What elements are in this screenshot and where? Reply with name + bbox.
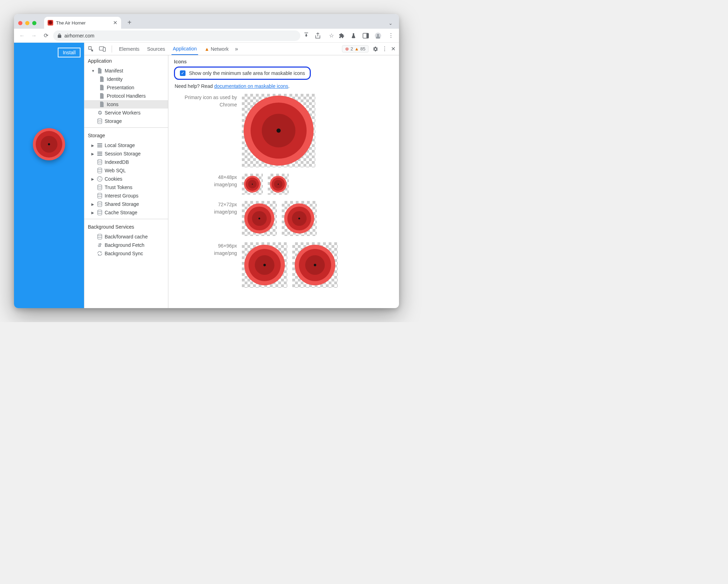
sidebar-item-cache-storage[interactable]: ▶Cache Storage — [84, 208, 168, 217]
svg-point-8 — [98, 168, 102, 170]
database-icon — [97, 118, 103, 124]
install-button[interactable]: Install — [58, 48, 80, 57]
close-tab-button[interactable]: ✕ — [113, 20, 118, 26]
share-icon[interactable] — [315, 33, 324, 39]
svg-point-11 — [100, 178, 101, 178]
sidebar-item-session-storage[interactable]: ▶Session Storage — [84, 150, 168, 158]
database-icon — [97, 234, 103, 239]
section-background-services-title: Background Services — [84, 221, 168, 232]
section-storage-title: Storage — [84, 130, 168, 141]
sidebar-item-service-workers[interactable]: Service Workers — [84, 109, 168, 117]
content-area: Install Elements Sources Application — [14, 43, 399, 308]
table-icon — [97, 151, 103, 157]
application-sidebar: Application ▼ Manifest Identity Presenta… — [84, 55, 168, 308]
error-warning-badge[interactable]: ⊗2 ▲85 — [342, 45, 369, 53]
more-tabs-icon[interactable]: » — [235, 46, 238, 52]
profile-icon[interactable] — [374, 32, 384, 39]
inspect-icon[interactable] — [88, 46, 94, 52]
svg-point-3 — [377, 34, 379, 36]
database-icon — [97, 185, 103, 190]
labs-icon[interactable] — [351, 33, 360, 39]
icon-preview — [282, 201, 317, 236]
tab-network[interactable]: ▲ Network — [203, 43, 230, 55]
device-toggle-icon[interactable] — [99, 46, 106, 52]
sidebar-item-local-storage[interactable]: ▶Local Storage — [84, 141, 168, 150]
icon-preview — [242, 201, 277, 236]
table-icon — [97, 142, 103, 148]
svg-point-6 — [98, 119, 102, 120]
icon-preview — [242, 242, 287, 288]
sync-icon — [97, 251, 103, 256]
kebab-menu-icon[interactable]: ⋮ — [382, 46, 387, 52]
page-viewport: Install — [14, 43, 84, 308]
install-pwa-icon[interactable] — [303, 33, 312, 39]
svg-rect-1 — [366, 33, 369, 38]
settings-icon[interactable] — [372, 46, 378, 52]
icon-preview — [242, 174, 263, 195]
sidebar-item-bf-cache[interactable]: Back/forward cache — [84, 232, 168, 241]
database-icon — [97, 201, 103, 207]
sidebar-item-icons[interactable]: Icons — [84, 100, 168, 109]
database-icon — [97, 168, 103, 173]
icon-preview — [242, 94, 315, 167]
new-tab-button[interactable]: + — [124, 19, 135, 29]
maskable-safe-area-option[interactable]: ✓ Show only the minimum safe area for ma… — [174, 67, 311, 80]
minimize-window-button[interactable] — [25, 21, 29, 25]
panel-heading: Icons — [174, 59, 393, 64]
side-panel-icon[interactable] — [363, 33, 372, 39]
svg-point-18 — [98, 234, 102, 236]
back-button[interactable]: ← — [18, 31, 27, 40]
icon-preview — [292, 242, 338, 288]
sidebar-item-interest-groups[interactable]: Interest Groups — [84, 192, 168, 200]
checkbox-checked-icon[interactable]: ✓ — [180, 70, 186, 76]
warning-icon: ▲ — [204, 46, 209, 52]
tabs-dropdown-button[interactable]: ⌄ — [388, 20, 393, 29]
browser-window: The Air Horner ✕ + ⌄ ← → ⟳ airhorner.com… — [14, 14, 399, 308]
sidebar-item-shared-storage[interactable]: ▶Shared Storage — [84, 200, 168, 208]
bookmark-icon[interactable]: ☆ — [327, 32, 336, 39]
svg-point-14 — [98, 185, 102, 187]
icon-row-primary: Primary icon as used by Chrome — [174, 94, 393, 167]
svg-point-9 — [97, 176, 102, 181]
sidebar-item-protocol-handlers[interactable]: Protocol Handlers — [84, 92, 168, 100]
menu-icon[interactable]: ⋮ — [386, 32, 396, 39]
document-icon — [99, 102, 105, 107]
svg-point-15 — [98, 193, 102, 195]
sidebar-item-bg-sync[interactable]: Background Sync — [84, 249, 168, 258]
close-devtools-button[interactable]: ✕ — [391, 46, 396, 52]
url-text: airhorner.com — [64, 33, 94, 39]
favicon-icon — [48, 20, 53, 26]
sidebar-item-websql[interactable]: Web SQL — [84, 166, 168, 175]
tab-strip: The Air Horner ✕ + ⌄ — [14, 14, 399, 29]
sidebar-item-indexeddb[interactable]: IndexedDB — [84, 158, 168, 166]
tab-application[interactable]: Application — [172, 43, 198, 55]
cookie-icon — [97, 176, 103, 182]
svg-point-10 — [98, 178, 99, 179]
forward-button[interactable]: → — [29, 31, 38, 40]
reload-button[interactable]: ⟳ — [41, 31, 50, 40]
address-bar[interactable]: airhorner.com — [53, 30, 300, 41]
svg-point-12 — [99, 179, 100, 180]
separator — [112, 46, 112, 53]
sidebar-item-bg-fetch[interactable]: Background Fetch — [84, 241, 168, 249]
close-window-button[interactable] — [18, 21, 22, 25]
maskable-docs-link[interactable]: documentation on maskable icons — [214, 83, 288, 89]
sidebar-item-manifest[interactable]: ▼ Manifest — [84, 67, 168, 75]
airhorn-button[interactable] — [33, 128, 65, 160]
database-icon — [97, 193, 103, 199]
sidebar-item-identity[interactable]: Identity — [84, 75, 168, 83]
tab-elements[interactable]: Elements — [118, 43, 141, 55]
sidebar-item-cookies[interactable]: ▶Cookies — [84, 175, 168, 183]
maximize-window-button[interactable] — [32, 21, 36, 25]
browser-tab[interactable]: The Air Horner ✕ — [44, 17, 121, 29]
lock-icon — [57, 33, 62, 38]
sidebar-item-trust-tokens[interactable]: Trust Tokens — [84, 183, 168, 192]
tab-sources[interactable]: Sources — [146, 43, 166, 55]
section-application-title: Application — [84, 55, 168, 67]
sidebar-item-storage[interactable]: Storage — [84, 117, 168, 125]
devtools-panel: Elements Sources Application ▲ Network »… — [84, 43, 399, 308]
extensions-icon[interactable] — [339, 33, 348, 39]
icon-preview — [268, 174, 289, 195]
swap-icon — [97, 242, 103, 248]
sidebar-item-presentation[interactable]: Presentation — [84, 83, 168, 92]
